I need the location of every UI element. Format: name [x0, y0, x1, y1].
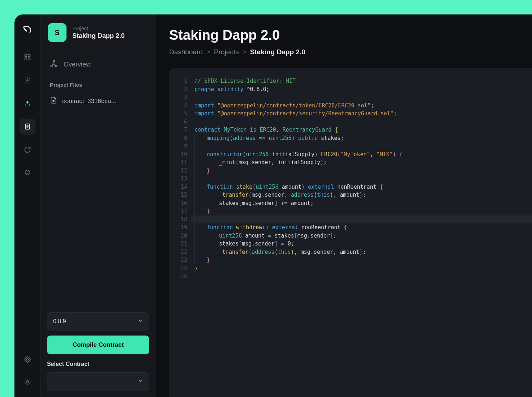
sidebar: S Project Staking Dapp 2.0 Overview Proj… [40, 14, 156, 397]
nav-files[interactable] [20, 119, 35, 135]
chevron-down-icon [137, 318, 143, 325]
breadcrumb: Dashboard > Projects > Staking Dapp 2.0 [169, 48, 532, 56]
line-gutter: 1234567891011121314151617181920212223242… [169, 77, 194, 397]
code-content[interactable]: // SPDX-License-Identifier: MITpragma so… [194, 77, 532, 397]
svg-point-7 [26, 359, 28, 360]
file-name: contract_3316bca... [62, 98, 116, 105]
breadcrumb-item[interactable]: Dashboard [169, 48, 203, 56]
chevron-down-icon [137, 378, 143, 385]
svg-rect-2 [25, 58, 27, 60]
hierarchy-icon [50, 60, 58, 69]
breadcrumb-sep: > [206, 48, 210, 56]
main-panel: Staking Dapp 2.0 Dashboard > Projects > … [156, 14, 532, 397]
sidebar-overview[interactable]: Overview [40, 51, 156, 78]
nav-theme[interactable] [20, 374, 35, 390]
file-item[interactable]: contract_3316bca... [40, 93, 156, 109]
sidebar-bottom: 0.8.9 Compile Contract Select Contract [40, 306, 156, 397]
nav-refresh[interactable] [20, 142, 35, 158]
svg-rect-3 [28, 58, 30, 60]
nav-settings[interactable] [20, 351, 35, 367]
breadcrumb-item[interactable]: Projects [214, 48, 239, 56]
app-logo [22, 25, 33, 36]
page-title: Staking Dapp 2.0 [169, 27, 532, 43]
svg-rect-0 [25, 55, 27, 57]
breadcrumb-sep: > [243, 48, 246, 56]
version-value: 0.8.9 [53, 318, 66, 325]
app-window: AI S Project Staking Dapp 2.0 Overview [14, 14, 532, 397]
code-editor[interactable]: 1234567891011121314151617181920212223242… [169, 68, 532, 397]
compile-button[interactable]: Compile Contract [47, 336, 149, 354]
svg-point-9 [53, 60, 55, 62]
nav-rail: AI [14, 14, 40, 397]
nav-add[interactable] [20, 72, 35, 88]
nav-ai[interactable] [20, 95, 35, 111]
project-badge: S [48, 23, 66, 42]
project-name: Staking Dapp 2.0 [72, 32, 125, 40]
project-label: Project [72, 26, 125, 31]
contract-select[interactable] [47, 372, 149, 390]
breadcrumb-current: Staking Dapp 2.0 [250, 48, 305, 56]
file-icon [50, 97, 57, 106]
version-select[interactable]: 0.8.9 [47, 312, 149, 330]
nav-dashboard[interactable] [20, 49, 35, 65]
svg-rect-1 [28, 55, 30, 57]
project-header: S Project Staking Dapp 2.0 [40, 14, 156, 51]
nav-rail-items: AI [20, 49, 35, 181]
svg-point-8 [26, 381, 29, 383]
svg-text:AI: AI [26, 172, 29, 174]
project-files-label: Project Files [40, 78, 156, 93]
nav-ai-model[interactable]: AI [20, 165, 35, 181]
select-contract-label: Select Contract [47, 361, 149, 367]
overview-label: Overview [64, 61, 91, 68]
nav-rail-bottom [20, 351, 35, 390]
